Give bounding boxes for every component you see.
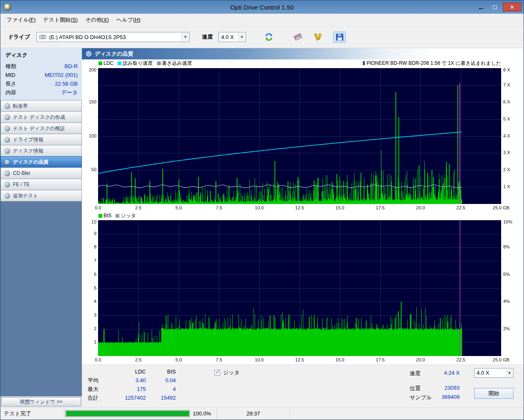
panel-header: ディスクの品質: [82, 48, 524, 59]
sidebar: ディスク 種類BD-R MIDMEIT02 (001) 長さ22.56 GB 内…: [0, 48, 82, 407]
col-header-ldc: LDC: [113, 367, 146, 376]
app-icon: [4, 3, 11, 11]
sidebar-item-transfer-rate[interactable]: 転送率: [0, 100, 82, 112]
sidebar-item-verify-test-disc[interactable]: テスト ディスクの検証: [0, 123, 82, 134]
sample-value: 369409: [427, 394, 460, 400]
disc-quality-icon: [86, 51, 91, 56]
disc-icon: [5, 193, 10, 199]
bis-total: 15492: [146, 393, 176, 402]
minimize-button[interactable]: [475, 2, 487, 12]
disc-icon: [5, 115, 10, 120]
chart1-legend: LDC 読み取り速度 書き込み速度 PIONEER BD-RW BDR-206 …: [82, 59, 524, 67]
toolbar: ドライブ (E:) ATAPI BD O DH4O1S 2P53 ▼ 速度 4.…: [0, 26, 524, 48]
sidebar-item-cd-bler[interactable]: CD Bler: [0, 167, 82, 179]
refresh-drives-button[interactable]: [263, 32, 275, 43]
chevron-down-icon[interactable]: ▼: [506, 369, 513, 377]
disc-icon: [5, 171, 10, 176]
close-button[interactable]: ✕: [503, 2, 522, 12]
test-speed-value: 4.0 X: [477, 370, 489, 376]
disc-icon: [5, 148, 10, 154]
write-strategy-button[interactable]: [312, 32, 324, 43]
jitter-checkbox-row: ジッタ: [214, 369, 240, 376]
disc-field-length: 長さ22.56 GB: [5, 79, 78, 88]
bis-legend-swatch: [98, 214, 102, 218]
speed-select[interactable]: 4.0 X ▼: [219, 32, 246, 42]
row-label-total: 合計: [88, 393, 113, 402]
drive-note-icon: [363, 61, 365, 65]
disc-field-content: 内容データ: [5, 88, 78, 97]
status-text: テスト完了: [0, 410, 64, 418]
read-speed-legend-swatch: [118, 61, 121, 65]
col-header-bis: BIS: [146, 367, 176, 376]
drive-label: ドライブ: [8, 33, 30, 41]
test-speed-select[interactable]: 4.0 X ▼: [474, 368, 514, 378]
current-speed-value: 4.24 X: [427, 370, 460, 376]
sidebar-item-disc-quality[interactable]: ディスクの品質: [0, 156, 82, 168]
speed-label: 速度: [202, 33, 213, 41]
speed-select-value: 4.0 X: [221, 34, 234, 40]
sidebar-item-extra-tests[interactable]: 追加テスト: [0, 190, 82, 201]
sidebar-item-disc-info[interactable]: ディスク情報: [0, 145, 82, 157]
jitter-legend-swatch: [116, 214, 119, 218]
drive-select-value: (E:) ATAPI BD O DH4O1S 2P53: [49, 34, 125, 40]
ldc-total: 1257402: [113, 393, 146, 402]
save-floppy-icon: [336, 33, 344, 41]
disc-icon: [5, 160, 10, 165]
maximize-button[interactable]: [489, 2, 501, 12]
start-button[interactable]: 開始: [474, 388, 514, 399]
disc-icon: [5, 137, 10, 142]
chevron-down-icon[interactable]: ▼: [238, 33, 245, 41]
drive-select[interactable]: (E:) ATAPI BD O DH4O1S 2P53 ▼: [37, 32, 189, 42]
disc-icon: [5, 126, 10, 131]
elapsed-time: 29:37: [217, 410, 290, 417]
sidebar-item-drive-info[interactable]: ドライブ情報: [0, 134, 82, 145]
chevron-down-icon[interactable]: ▼: [182, 33, 189, 41]
app-window: Opti Drive Control 1.50 ✕ ファイル(F) テスト開始(…: [0, 0, 524, 420]
menu-help[interactable]: ヘルプ(H): [113, 14, 144, 26]
eraser-icon: [293, 32, 303, 42]
row-label-max: 最大: [88, 385, 113, 393]
refresh-icon: [264, 32, 273, 42]
titlebar: Opti Drive Control 1.50 ✕: [0, 0, 524, 14]
disc-field-type: 種類BD-R: [5, 62, 78, 71]
write-speed-legend-swatch: [157, 61, 161, 65]
sidebar-empty-area: [0, 201, 82, 396]
current-speed-label: 速度: [410, 370, 421, 377]
bis-jitter-chart-canvas: [82, 219, 524, 364]
chart2-legend: BIS ジッタ: [82, 212, 524, 219]
burn-info-note: PIONEER BD-RW BDR-206 1.56 で 1X に書き込まれまし…: [363, 60, 501, 67]
window-title: Opti Drive Control 1.50: [0, 4, 524, 11]
disc-field-mid: MIDMEIT02 (001): [5, 71, 78, 79]
panel-title: ディスクの品質: [95, 50, 133, 58]
menu-other[interactable]: その他(X): [81, 14, 113, 26]
menu-start-test[interactable]: テスト開始(S): [39, 14, 81, 26]
bis-average: 0.04: [146, 376, 176, 385]
erase-disc-button[interactable]: [292, 32, 304, 43]
position-value: 23093: [427, 385, 460, 391]
jitter-checkbox[interactable]: [214, 370, 220, 376]
status-window-button[interactable]: 状態ウィンドウ >>: [1, 397, 81, 406]
statusbar: テスト完了 100.0% 29:37: [0, 407, 524, 420]
progress-bar-fill: [66, 411, 189, 416]
disc-icon: [5, 103, 10, 109]
bis-max: 4: [146, 385, 176, 393]
quality-chart-canvas: [82, 67, 524, 212]
disc-icon: [5, 182, 10, 187]
disc-info-panel: ディスク 種類BD-R MIDMEIT02 (001) 長さ22.56 GB 内…: [0, 48, 82, 101]
progress-percent: 100.0%: [193, 410, 211, 417]
drive-icon: [39, 34, 47, 40]
ldc-legend-swatch: [98, 61, 102, 65]
ldc-max: 175: [113, 385, 146, 393]
content-area: ディスクの品質 LDC 読み取り速度 書き込み速度 PIONEER BD-RW …: [82, 48, 524, 407]
jitter-checkbox-label: ジッタ: [223, 369, 240, 376]
menu-file[interactable]: ファイル(F): [3, 14, 39, 26]
results-table: LDC BIS 平均 3.40 0.04 最大 175 4 合計 1257402…: [88, 367, 176, 402]
progress-bar: [65, 410, 190, 417]
menubar: ファイル(F) テスト開始(S) その他(X) ヘルプ(H): [0, 14, 524, 26]
save-button[interactable]: [333, 32, 346, 43]
ldc-average: 3.40: [113, 376, 146, 385]
disc-panel-title: ディスク: [5, 52, 78, 59]
sidebar-item-create-test-disc[interactable]: テスト ディスクの作成: [0, 111, 82, 123]
results-panel: LDC BIS 平均 3.40 0.04 最大 175 4 合計 1257402…: [82, 364, 524, 407]
sidebar-item-fe-te[interactable]: FE / TE: [0, 179, 82, 190]
